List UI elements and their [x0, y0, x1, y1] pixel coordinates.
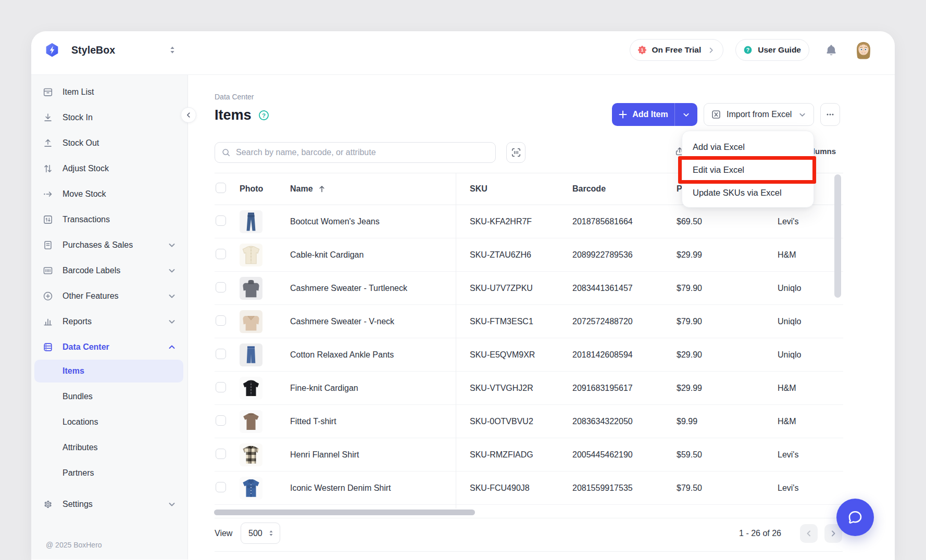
- dropdown-menu-item[interactable]: Add via Excel: [682, 135, 814, 158]
- sidebar-item[interactable]: Item List: [31, 79, 187, 105]
- row-checkbox[interactable]: [216, 482, 226, 492]
- free-trial-label: On Free Trial: [652, 45, 702, 55]
- sidebar-item-chevron-icon: [168, 317, 176, 326]
- sidebar-item-chevron-icon: [168, 113, 176, 122]
- cell-brand: H&M: [778, 250, 843, 260]
- sidebar-item[interactable]: Adjust Stock: [31, 156, 187, 181]
- sidebar-subitem[interactable]: Partners: [34, 462, 183, 485]
- table-row[interactable]: Henri Flannel Shirt SKU-RMZFIADG 2005445…: [215, 438, 843, 472]
- page-title: Items: [215, 107, 252, 123]
- table-row[interactable]: Cotton Relaxed Ankle Pants SKU-E5QVM9XR …: [215, 338, 843, 372]
- select-all-checkbox[interactable]: [216, 183, 226, 193]
- chevron-down-icon: [682, 111, 690, 119]
- sidebar-item-settings[interactable]: Settings: [31, 491, 187, 517]
- cell-sku: SKU-0OTVBVU2: [456, 417, 572, 426]
- table-row[interactable]: Bootcut Women's Jeans SKU-KFA2HR7F 20187…: [215, 205, 843, 238]
- row-checkbox[interactable]: [216, 215, 226, 226]
- more-actions-button[interactable]: [820, 103, 840, 126]
- table-row[interactable]: Iconic Western Denim Shirt SKU-FCU490J8 …: [215, 472, 843, 505]
- sidebar-subitem[interactable]: Items: [34, 360, 183, 383]
- desktop: StyleBox On Free Trial User Guide: [0, 0, 926, 560]
- vertical-scrollbar-thumb[interactable]: [834, 174, 841, 298]
- add-item-label: Add Item: [632, 110, 668, 119]
- table-row[interactable]: Cashmere Sweater - V-neck SKU-FTM3ESC1 2…: [215, 305, 843, 338]
- stepper-icon: [267, 529, 275, 537]
- cell-barcode: 2083634322050: [572, 417, 677, 426]
- sidebar-item[interactable]: Purchases & Sales: [31, 232, 187, 258]
- row-checkbox[interactable]: [216, 315, 226, 326]
- previous-page-button[interactable]: [800, 524, 818, 543]
- add-item-dropdown-button[interactable]: [675, 103, 697, 126]
- chat-launcher-button[interactable]: [836, 499, 874, 536]
- sidebar-subitem[interactable]: Attributes: [34, 436, 183, 459]
- column-header-photo[interactable]: Photo: [240, 184, 290, 194]
- add-item-split-button: Add Item: [612, 103, 697, 126]
- sidebar-item-icon: [42, 341, 54, 353]
- page-size-select[interactable]: 500: [241, 523, 280, 544]
- memoji-avatar-image: [854, 41, 873, 60]
- cell-price: $79.90: [677, 284, 778, 293]
- chevron-right-icon: [707, 46, 715, 54]
- app-window: StyleBox On Free Trial User Guide: [31, 31, 895, 560]
- cell-sku: SKU-VTVGHJ2R: [456, 384, 572, 393]
- free-trial-button[interactable]: On Free Trial: [630, 39, 724, 61]
- horizontal-scrollbar-thumb[interactable]: [214, 510, 475, 515]
- question-circle-icon: [743, 45, 753, 55]
- table-row[interactable]: Cable-knit Cardigan SKU-ZTAU6ZH6 2089922…: [215, 238, 843, 272]
- cell-name: Fine-knit Cardigan: [290, 384, 456, 393]
- barcode-scan-button[interactable]: [506, 142, 525, 163]
- row-checkbox[interactable]: [216, 382, 226, 392]
- table-row[interactable]: Fine-knit Cardigan SKU-VTVGHJ2R 20916831…: [215, 372, 843, 405]
- top-header: StyleBox On Free Trial User Guide: [31, 31, 895, 75]
- product-photo: [240, 210, 262, 233]
- sidebar-item[interactable]: Reports: [31, 309, 187, 334]
- dropdown-menu-item[interactable]: Edit via Excel: [682, 158, 814, 181]
- cell-barcode: 2005445462190: [572, 450, 677, 460]
- sidebar-item[interactable]: Data Center: [31, 334, 187, 360]
- column-header-name[interactable]: Name: [290, 184, 456, 194]
- help-icon[interactable]: [258, 110, 269, 121]
- cell-sku: SKU-KFA2HR7F: [456, 217, 572, 226]
- product-photo: [240, 244, 262, 266]
- row-checkbox[interactable]: [216, 349, 226, 359]
- sidebar-subitem[interactable]: Locations: [34, 411, 183, 434]
- cell-price: $69.50: [677, 217, 778, 226]
- user-guide-button[interactable]: User Guide: [735, 39, 809, 61]
- column-header-sku[interactable]: SKU: [456, 184, 572, 194]
- row-checkbox[interactable]: [216, 282, 226, 292]
- product-photo: [240, 377, 262, 400]
- hexagon-bolt-logo-icon: [43, 41, 61, 59]
- cell-brand: Levi's: [778, 450, 843, 460]
- row-checkbox[interactable]: [216, 449, 226, 459]
- sidebar-item[interactable]: Other Features: [31, 283, 187, 309]
- sidebar: Item List Stock In: [31, 75, 188, 559]
- sidebar-item[interactable]: Stock Out: [31, 130, 187, 156]
- sidebar-item[interactable]: Move Stock: [31, 181, 187, 207]
- app-logo[interactable]: [41, 39, 64, 61]
- notifications-bell-icon[interactable]: [824, 43, 838, 57]
- table-row[interactable]: Fitted T-shirt SKU-0OTVBVU2 208363432205…: [215, 405, 843, 438]
- add-item-button[interactable]: Add Item: [612, 103, 674, 126]
- import-from-excel-button[interactable]: Import from Excel: [704, 103, 814, 126]
- column-header-barcode[interactable]: Barcode: [572, 184, 677, 194]
- row-checkbox[interactable]: [216, 415, 226, 426]
- row-checkbox[interactable]: [216, 249, 226, 259]
- cell-name: Cashmere Sweater - Turtleneck: [290, 284, 456, 293]
- sidebar-collapse-button[interactable]: [181, 107, 196, 123]
- workspace-name[interactable]: StyleBox: [71, 31, 115, 69]
- pagination-range: 1 - 26 of 26: [739, 529, 781, 538]
- sidebar-item[interactable]: Transactions: [31, 207, 187, 232]
- dropdown-menu-item[interactable]: Update SKUs via Excel: [682, 181, 814, 204]
- search-input[interactable]: [236, 148, 489, 157]
- sidebar-item[interactable]: Stock In: [31, 105, 187, 130]
- cell-brand: Uniqlo: [778, 284, 843, 293]
- user-avatar[interactable]: [854, 41, 873, 60]
- cell-name: Cashmere Sweater - V-neck: [290, 317, 456, 326]
- sidebar-item[interactable]: Barcode Labels: [31, 258, 187, 283]
- table-row[interactable]: Cashmere Sweater - Turtleneck SKU-U7V7ZP…: [215, 272, 843, 305]
- sidebar-subitem[interactable]: Bundles: [34, 385, 183, 408]
- cell-barcode: 2072572488720: [572, 317, 677, 326]
- sidebar-item-icon: [42, 239, 54, 251]
- sidebar-subitem-label: Attributes: [62, 443, 98, 452]
- workspace-switcher-caret-icon[interactable]: [168, 45, 177, 55]
